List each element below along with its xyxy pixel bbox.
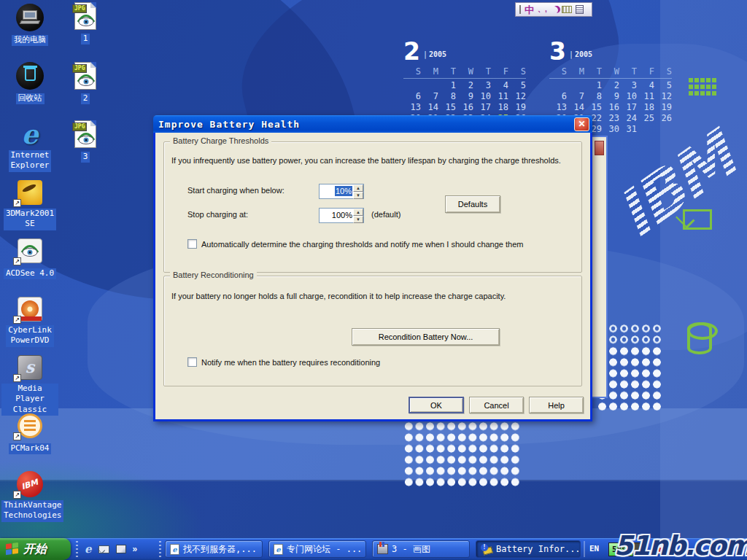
calendar-cell: 18 bbox=[491, 102, 508, 113]
calendar-month-number: 2 bbox=[403, 40, 420, 63]
task-button-battery-information[interactable]: Battery Infor... bbox=[476, 540, 581, 558]
background-window-sliver[interactable] bbox=[592, 136, 608, 398]
group-label: Battery Charge Thresholds bbox=[170, 136, 271, 145]
calendar-cell: 31 bbox=[619, 124, 637, 135]
desktop-icon-internet-explorer[interactable]: e Internet Explorer bbox=[1, 120, 58, 172]
spin-down-icon[interactable]: ▼ bbox=[353, 216, 363, 223]
desktop-icon-my-computer[interactable]: 我的电脑 bbox=[1, 3, 58, 46]
calendar-cell: 3 bbox=[473, 80, 491, 91]
start-charging-value: 10% bbox=[335, 186, 352, 196]
recondition-battery-button[interactable]: Recondition Battery Now... bbox=[352, 328, 500, 346]
calendar-cell: 17 bbox=[619, 102, 637, 113]
quicklaunch-mail-icon[interactable] bbox=[98, 545, 109, 553]
ok-button[interactable]: OK bbox=[409, 397, 464, 413]
spin-up-icon[interactable]: ▲ bbox=[353, 209, 363, 216]
calendar-cell: 6 bbox=[403, 91, 421, 102]
spin-down-icon[interactable]: ▼ bbox=[353, 192, 363, 199]
notify-reconditioning-checkbox-row[interactable]: Notify me when the battery requires reco… bbox=[187, 357, 380, 367]
calendar-cell bbox=[654, 124, 672, 135]
dialog-body: Battery Charge Thresholds If you infrequ… bbox=[153, 133, 592, 421]
calendar-cell: 1 bbox=[438, 80, 456, 91]
dialog-titlebar[interactable]: Improve Battery Health ✕ bbox=[153, 115, 592, 133]
powerdvd-disc-icon bbox=[18, 297, 42, 322]
calendar-cell: S bbox=[654, 66, 672, 77]
calendar-cell: 1 bbox=[584, 80, 602, 91]
help-button[interactable]: Help bbox=[529, 397, 584, 413]
pcmark-icon bbox=[18, 413, 42, 438]
quick-launch: e » bbox=[76, 538, 162, 560]
calendar-cell bbox=[403, 80, 421, 91]
start-charging-spinner[interactable]: 10% ▲▼ bbox=[319, 184, 364, 199]
checkbox-label: Notify me when the battery requires reco… bbox=[201, 358, 380, 367]
ime-language-bar[interactable]: 中 、, bbox=[515, 2, 592, 17]
calendar-cell: 13 bbox=[403, 102, 421, 113]
ime-keyboard-icon[interactable] bbox=[562, 6, 572, 13]
cancel-button[interactable]: Cancel bbox=[469, 397, 524, 413]
calendar-cell: 30 bbox=[602, 124, 619, 135]
calendar-cell: 14 bbox=[421, 102, 438, 113]
ime-fullhalf-icon[interactable] bbox=[551, 7, 558, 14]
icon-label: ACDSee 4.0 bbox=[4, 268, 56, 279]
checkbox-label: Automatically determine the charging thr… bbox=[201, 240, 523, 249]
ime-chinese-icon[interactable]: 中 bbox=[525, 5, 534, 15]
hidden-window-button[interactable] bbox=[595, 141, 604, 155]
calendar-cell: S bbox=[549, 66, 567, 77]
start-button[interactable]: 开始 bbox=[0, 538, 71, 560]
calendar-cell: W bbox=[456, 66, 473, 77]
ime-punctuation-icon[interactable]: 、, bbox=[538, 6, 547, 13]
desktop-icon-pcmark04[interactable]: ↗ PCMark04 bbox=[1, 411, 58, 454]
mpc-icon: s bbox=[18, 355, 42, 380]
calendar-cell: 19 bbox=[654, 102, 672, 113]
envelope-icon bbox=[683, 209, 712, 230]
spin-up-icon[interactable]: ▲ bbox=[353, 184, 363, 192]
ime-menu-icon[interactable] bbox=[576, 5, 584, 14]
calendar-cell: 17 bbox=[473, 102, 491, 113]
desktop-icon-3dmark2001[interactable]: ↗ 3DMark2001 SE bbox=[1, 178, 58, 230]
icon-label: CyberLink PowerDVD bbox=[6, 325, 54, 347]
desktop-icon-powerdvd[interactable]: ↗ CyberLink PowerDVD bbox=[1, 295, 58, 347]
desktop-file-jpg-3[interactable]: JPG 3 bbox=[58, 120, 113, 163]
quicklaunch-show-desktop-icon[interactable] bbox=[116, 545, 126, 553]
icon-label: 1 bbox=[81, 34, 90, 44]
calendar-cell: 13 bbox=[549, 102, 567, 113]
desktop-file-jpg-2[interactable]: JPG 2 bbox=[58, 61, 113, 104]
calendar-cell: 15 bbox=[584, 102, 602, 113]
task-button-forum[interactable]: e 专门网论坛 - ... bbox=[268, 540, 366, 558]
auto-determine-checkbox-row[interactable]: Automatically determine the charging thr… bbox=[187, 239, 523, 249]
desktop-icon-media-player-classic[interactable]: s↗ Media Player Classic bbox=[1, 353, 58, 416]
cylinder-icon bbox=[687, 322, 712, 354]
checkbox[interactable] bbox=[187, 239, 197, 249]
calendar-cell bbox=[421, 80, 438, 91]
quicklaunch-chevron-icon[interactable]: » bbox=[133, 544, 138, 554]
shortcut-arrow-icon: ↗ bbox=[13, 374, 21, 382]
desktop-file-jpg-1[interactable]: JPG 1 bbox=[58, 1, 113, 44]
calendar-year: 2005 bbox=[569, 50, 592, 58]
task-button-server-not-found[interactable]: e 找不到服务器,... bbox=[165, 540, 263, 558]
calendar-cell: 4 bbox=[491, 80, 508, 91]
checkbox[interactable] bbox=[187, 357, 197, 367]
quicklaunch-ie-icon[interactable]: e bbox=[85, 544, 92, 555]
calendar-cell: 6 bbox=[549, 91, 567, 102]
calendar-cell: F bbox=[637, 66, 654, 77]
desktop-icon-acdsee[interactable]: ↗ ACDSee 4.0 bbox=[1, 236, 58, 279]
icon-label: PCMark04 bbox=[9, 443, 52, 454]
language-indicator[interactable]: EN bbox=[589, 544, 599, 553]
default-note: (default) bbox=[371, 210, 400, 219]
calendar-cell: 18 bbox=[637, 102, 654, 113]
improve-battery-health-dialog: Improve Battery Health ✕ Battery Charge … bbox=[153, 115, 592, 421]
calendar-cell bbox=[567, 80, 584, 91]
task-label: 找不到服务器,... bbox=[183, 543, 257, 556]
calendar-cell: 10 bbox=[619, 91, 637, 102]
defaults-button[interactable]: Defaults bbox=[445, 195, 500, 213]
task-button-paint[interactable]: 3 - 画图 bbox=[372, 540, 470, 558]
calendar-cell: 3 bbox=[619, 80, 637, 91]
calendar-day-headers: SMTWTFS bbox=[549, 66, 672, 79]
calendar-cell: T bbox=[473, 66, 491, 77]
close-icon[interactable]: ✕ bbox=[574, 117, 589, 131]
calendar-cell: 23 bbox=[602, 113, 619, 124]
ime-drag-handle[interactable] bbox=[519, 5, 521, 14]
calendar-cell: 16 bbox=[602, 102, 619, 113]
desktop-icon-recycle-bin[interactable]: 回收站 bbox=[1, 61, 58, 104]
desktop-icon-thinkvantage[interactable]: IBM↗ ThinkVantage Technologies bbox=[1, 470, 58, 522]
stop-charging-spinner[interactable]: 100% ▲▼ bbox=[319, 208, 364, 223]
